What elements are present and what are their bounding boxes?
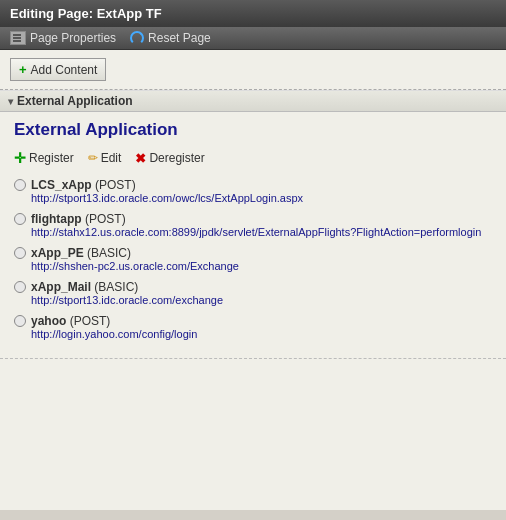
app-url[interactable]: http://stport13.idc.oracle.com/exchange	[31, 294, 492, 306]
refresh-icon	[130, 31, 144, 45]
app-name: yahoo (POST)	[31, 314, 110, 328]
widget-area: External Application ✛ Register ✏ Edit ✖…	[0, 112, 506, 359]
app-item-header: xApp_PE (BASIC)	[14, 246, 492, 260]
page-properties-label: Page Properties	[30, 31, 116, 45]
list-item: flightapp (POST)http://stahx12.us.oracle…	[14, 212, 492, 238]
edit-button[interactable]: ✏ Edit	[88, 151, 122, 165]
page-header: Editing Page: ExtApp TF	[0, 0, 506, 27]
header-label: Editing Page:	[10, 6, 93, 21]
app-url[interactable]: http://shshen-pc2.us.oracle.com/Exchange	[31, 260, 492, 272]
page-properties-button[interactable]: Page Properties	[10, 31, 116, 45]
toolbar: Page Properties Reset Page	[0, 27, 506, 50]
radio-button[interactable]	[14, 213, 26, 225]
radio-button[interactable]	[14, 281, 26, 293]
widget-title: External Application	[14, 120, 492, 140]
app-name: xApp_Mail (BASIC)	[31, 280, 138, 294]
app-name: flightapp (POST)	[31, 212, 126, 226]
app-url[interactable]: http://stahx12.us.oracle.com:8899/jpdk/s…	[31, 226, 492, 238]
radio-button[interactable]	[14, 315, 26, 327]
app-list: LCS_xApp (POST)http://stport13.idc.oracl…	[14, 178, 492, 340]
reset-page-label: Reset Page	[148, 31, 211, 45]
list-item: xApp_Mail (BASIC)http://stport13.idc.ora…	[14, 280, 492, 306]
app-name: xApp_PE (BASIC)	[31, 246, 131, 260]
app-url[interactable]: http://login.yahoo.com/config/login	[31, 328, 492, 340]
register-icon: ✛	[14, 150, 26, 166]
section-header[interactable]: ▾ External Application	[0, 90, 506, 112]
app-name: LCS_xApp (POST)	[31, 178, 136, 192]
add-content-button[interactable]: + Add Content	[10, 58, 106, 81]
list-item: xApp_PE (BASIC)http://shshen-pc2.us.orac…	[14, 246, 492, 272]
list-item: LCS_xApp (POST)http://stport13.idc.oracl…	[14, 178, 492, 204]
collapse-icon: ▾	[8, 96, 13, 107]
register-button[interactable]: ✛ Register	[14, 150, 74, 166]
deregister-icon: ✖	[135, 151, 146, 166]
page-icon	[10, 31, 26, 45]
add-content-bar: + Add Content	[0, 50, 506, 90]
radio-button[interactable]	[14, 179, 26, 191]
plus-icon: +	[19, 62, 27, 77]
app-item-header: xApp_Mail (BASIC)	[14, 280, 492, 294]
page-name: ExtApp TF	[97, 6, 162, 21]
main-content: + Add Content ▾ External Application Ext…	[0, 50, 506, 510]
deregister-label: Deregister	[149, 151, 204, 165]
deregister-button[interactable]: ✖ Deregister	[135, 151, 204, 166]
section-label: External Application	[17, 94, 133, 108]
edit-label: Edit	[101, 151, 122, 165]
radio-button[interactable]	[14, 247, 26, 259]
pencil-icon: ✏	[88, 151, 98, 165]
app-item-header: yahoo (POST)	[14, 314, 492, 328]
action-buttons: ✛ Register ✏ Edit ✖ Deregister	[14, 150, 492, 166]
list-item: yahoo (POST)http://login.yahoo.com/confi…	[14, 314, 492, 340]
app-item-header: LCS_xApp (POST)	[14, 178, 492, 192]
reset-page-button[interactable]: Reset Page	[130, 31, 211, 45]
app-item-header: flightapp (POST)	[14, 212, 492, 226]
app-url[interactable]: http://stport13.idc.oracle.com/owc/lcs/E…	[31, 192, 492, 204]
add-content-label: Add Content	[31, 63, 98, 77]
register-label: Register	[29, 151, 74, 165]
